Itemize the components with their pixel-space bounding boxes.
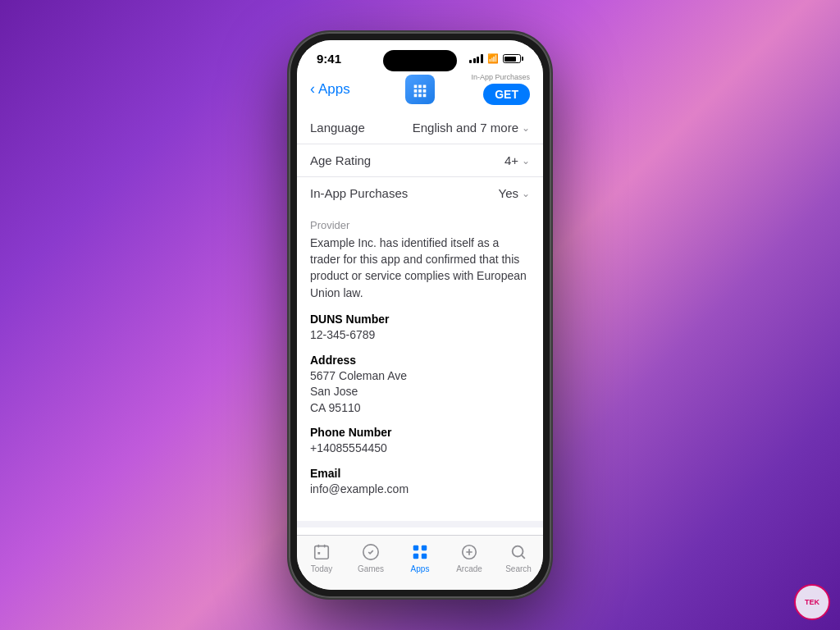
today-icon — [312, 542, 331, 562]
tab-today-label: Today — [311, 564, 333, 573]
age-rating-row[interactable]: Age Rating 4+ ⌄ — [297, 144, 543, 177]
back-chevron-icon: ‹ — [310, 80, 315, 98]
tab-apps-label: Apps — [411, 564, 430, 573]
in-app-label: In-App Purchases — [471, 74, 530, 82]
address-line1: 5677 Coleman Ave — [310, 368, 530, 385]
in-app-purchases-row[interactable]: In-App Purchases Yes ⌄ — [297, 177, 543, 209]
in-app-purchases-value: Yes ⌄ — [499, 186, 530, 200]
copyright-row[interactable]: Copyright Copyright © 2024 Example... ⌄ — [297, 527, 543, 535]
phone-title: Phone Number — [310, 426, 530, 439]
nav-right: In-App Purchases GET — [420, 74, 530, 105]
svg-rect-0 — [315, 546, 329, 559]
watermark: TEK — [794, 584, 830, 620]
svg-rect-1 — [317, 545, 319, 548]
phone-screen: 9:41 📶 ‹ Apps — [297, 40, 543, 590]
nav-header: ‹ Apps In-App Purchases GET — [297, 71, 543, 112]
search-icon — [509, 542, 528, 562]
duns-block: DUNS Number 12-345-6789 — [310, 313, 530, 344]
content-area[interactable]: Language English and 7 more ⌄ Age Rating… — [297, 112, 543, 535]
tab-apps[interactable]: Apps — [395, 542, 445, 573]
iap-chevron: ⌄ — [522, 188, 530, 199]
status-time: 9:41 — [317, 52, 341, 66]
duns-value: 12-345-6789 — [310, 327, 530, 344]
tab-games[interactable]: Games — [346, 542, 395, 573]
svg-point-9 — [513, 546, 523, 557]
provider-description: Example Inc. has identified itself as a … — [310, 235, 530, 301]
get-button[interactable]: GET — [483, 84, 530, 105]
phone-value: +14085554450 — [310, 441, 530, 457]
copyright-section: Copyright Copyright © 2024 Example... ⌄ — [297, 527, 543, 535]
tab-bar: Today Games — [297, 535, 543, 590]
svg-rect-6 — [413, 554, 418, 559]
language-row[interactable]: Language English and 7 more ⌄ — [297, 112, 543, 144]
svg-rect-5 — [422, 546, 427, 550]
svg-rect-7 — [422, 554, 427, 559]
info-section: Language English and 7 more ⌄ Age Rating… — [297, 112, 543, 209]
address-line2: San Jose — [310, 384, 530, 400]
wifi-icon: 📶 — [487, 53, 499, 64]
provider-label: Provider — [310, 219, 530, 231]
tab-arcade-label: Arcade — [456, 564, 482, 573]
email-block: Email info@example.com — [310, 467, 530, 498]
phone-wrapper: 9:41 📶 ‹ Apps — [289, 32, 551, 598]
tab-arcade[interactable]: Arcade — [445, 542, 494, 573]
tab-search-label: Search — [505, 564, 532, 573]
back-button[interactable]: ‹ Apps — [310, 80, 420, 98]
back-label: Apps — [318, 81, 350, 98]
tab-today[interactable]: Today — [297, 542, 346, 573]
language-chevron: ⌄ — [522, 122, 530, 134]
svg-rect-3 — [317, 552, 320, 555]
address-title: Address — [310, 354, 530, 367]
signal-icon — [469, 54, 483, 63]
language-label: Language — [310, 121, 365, 135]
apps-icon — [410, 542, 430, 562]
games-icon — [361, 542, 381, 562]
age-chevron: ⌄ — [522, 155, 530, 167]
language-value: English and 7 more ⌄ — [413, 121, 530, 135]
phone-block: Phone Number +14085554450 — [310, 426, 530, 457]
age-rating-label: Age Rating — [310, 153, 371, 167]
battery-icon — [503, 54, 524, 63]
provider-section: Provider Example Inc. has identified its… — [297, 209, 543, 521]
address-block: Address 5677 Coleman Ave San Jose CA 951… — [310, 354, 530, 417]
svg-rect-4 — [413, 546, 418, 550]
duns-title: DUNS Number — [310, 313, 530, 326]
svg-rect-2 — [324, 545, 326, 548]
tab-search[interactable]: Search — [494, 542, 543, 573]
phone-frame: 9:41 📶 ‹ Apps — [289, 32, 551, 598]
address-line3: CA 95110 — [310, 400, 530, 417]
app-icon-svg — [411, 80, 429, 98]
age-rating-value: 4+ ⌄ — [504, 153, 530, 167]
app-icon — [405, 75, 435, 104]
status-icons: 📶 — [469, 53, 523, 64]
in-app-purchases-label: In-App Purchases — [310, 186, 408, 200]
dynamic-island — [383, 50, 457, 71]
email-value: info@example.com — [310, 482, 530, 498]
arcade-icon — [459, 542, 479, 562]
tab-games-label: Games — [358, 564, 384, 573]
email-title: Email — [310, 467, 530, 480]
